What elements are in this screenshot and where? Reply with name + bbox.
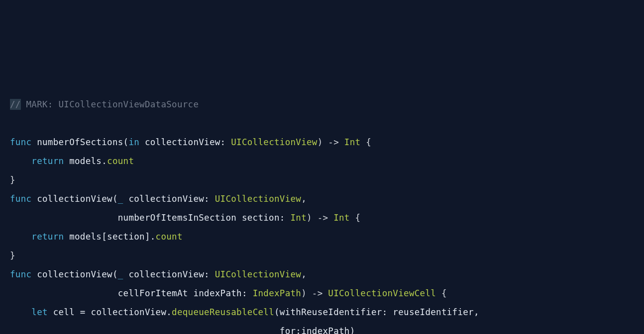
param: collectionView: bbox=[123, 194, 215, 204]
identifier: cell = collectionView. bbox=[48, 307, 172, 317]
punct: { bbox=[350, 213, 361, 223]
comment-mark-text: MARK: UICollectionViewDataSource bbox=[21, 99, 199, 109]
method: dequeueReusableCell bbox=[172, 307, 274, 317]
punct: ) -> bbox=[318, 137, 344, 147]
keyword-return: return bbox=[31, 156, 64, 166]
type: UICollectionViewCell bbox=[328, 288, 436, 298]
args: (withReuseIdentifier: reuseIdentifier, bbox=[274, 307, 479, 317]
punct: ) -> bbox=[301, 288, 328, 298]
param: cellForItemAt indexPath: bbox=[10, 288, 253, 298]
code-line: func collectionView(_ collectionView: UI… bbox=[10, 194, 307, 204]
identifier: models[section]. bbox=[64, 232, 155, 242]
property: count bbox=[107, 156, 134, 166]
param: collectionView: bbox=[139, 137, 231, 147]
func-name: numberOfSections( bbox=[31, 137, 128, 147]
indent bbox=[10, 307, 31, 317]
type: UICollectionView bbox=[215, 194, 301, 204]
comment-mark-prefix: // bbox=[10, 99, 21, 110]
property: count bbox=[156, 232, 183, 242]
punct: ) -> bbox=[307, 213, 333, 223]
code-line: cellForItemAt indexPath: IndexPath) -> U… bbox=[10, 288, 447, 298]
identifier: models. bbox=[64, 156, 107, 166]
code-line: for:indexPath) bbox=[10, 326, 355, 334]
keyword-underscore: _ bbox=[118, 269, 123, 279]
code-line: } bbox=[10, 175, 15, 185]
type: IndexPath bbox=[253, 288, 302, 298]
func-name: collectionView( bbox=[31, 269, 117, 279]
keyword-func: func bbox=[10, 137, 31, 147]
brace: } bbox=[10, 250, 15, 260]
keyword-return: return bbox=[31, 232, 64, 242]
code-line: return models.count bbox=[10, 156, 134, 166]
punct: , bbox=[301, 269, 307, 279]
args-continued: for:indexPath) bbox=[10, 326, 355, 334]
code-editor[interactable]: // MARK: UICollectionViewDataSource func… bbox=[10, 95, 634, 334]
code-line: return models[section].count bbox=[10, 232, 183, 242]
keyword-underscore: _ bbox=[118, 194, 123, 204]
keyword-func: func bbox=[10, 269, 31, 279]
type: UICollectionView bbox=[215, 269, 301, 279]
func-name: collectionView( bbox=[31, 194, 117, 204]
param: numberOfItemsInSection section: bbox=[10, 213, 290, 223]
keyword-func: func bbox=[10, 194, 31, 204]
indent bbox=[10, 156, 31, 166]
indent bbox=[10, 232, 31, 242]
type: Int bbox=[333, 213, 350, 223]
punct: , bbox=[301, 194, 307, 204]
keyword-in: in bbox=[128, 137, 139, 147]
punct: { bbox=[436, 288, 447, 298]
code-line: } bbox=[10, 250, 15, 260]
code-line: // MARK: UICollectionViewDataSource bbox=[10, 99, 199, 110]
type: Int bbox=[344, 137, 361, 147]
code-line: let cell = collectionView.dequeueReusabl… bbox=[10, 307, 479, 317]
code-line: func collectionView(_ collectionView: UI… bbox=[10, 269, 307, 279]
type: Int bbox=[290, 213, 307, 223]
code-line: func numberOfSections(in collectionView:… bbox=[10, 137, 371, 147]
brace: } bbox=[10, 175, 15, 185]
param: collectionView: bbox=[123, 269, 215, 279]
code-line: numberOfItemsInSection section: Int) -> … bbox=[10, 213, 360, 223]
keyword-let: let bbox=[31, 307, 48, 317]
type: UICollectionView bbox=[231, 137, 317, 147]
punct: { bbox=[360, 137, 371, 147]
